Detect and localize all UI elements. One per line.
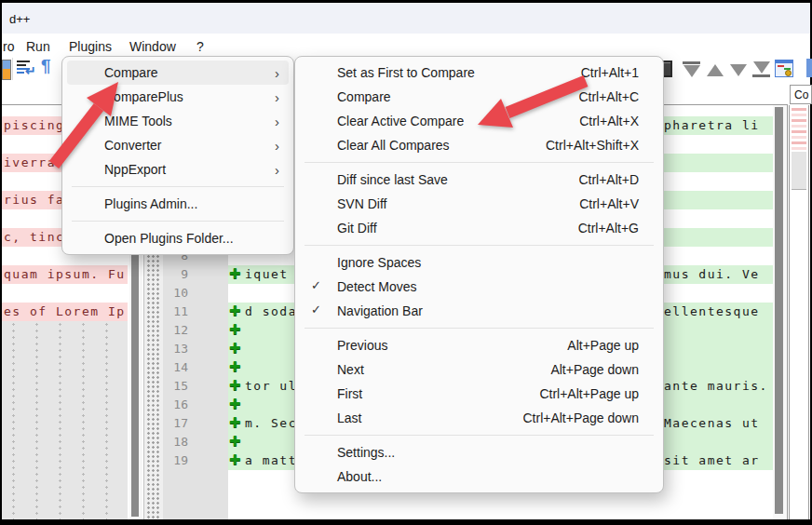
added-line-text-fragment: ante mauris. bbox=[664, 377, 768, 396]
toolbar-icon-partial[interactable] bbox=[806, 59, 812, 77]
submenu-item-navigation-bar[interactable]: ✓Navigation Bar bbox=[300, 299, 658, 323]
submenu-item-clear-active-compare[interactable]: Clear Active CompareCtrl+Alt+X bbox=[300, 109, 658, 133]
menu-item-shortcut: Ctrl+Alt+C bbox=[578, 89, 658, 104]
removed-line[interactable]: es of Lorem Ip bbox=[2, 303, 128, 321]
removed-line-text: iverra bbox=[2, 155, 56, 169]
plugins-menu-item-nppexport[interactable]: NppExport› bbox=[67, 157, 289, 182]
added-line-text-fragment: ellentesque bbox=[664, 303, 760, 321]
menu-item-shortcut: Ctrl+Alt+Page down bbox=[522, 411, 658, 425]
line-number: 12 bbox=[163, 321, 188, 340]
submenu-item-settings[interactable]: Settings... bbox=[300, 440, 658, 464]
added-line-text: a matt bbox=[245, 451, 297, 470]
menu-item-label: Open Plugins Folder... bbox=[104, 231, 289, 246]
submenu-item-diff-since-last-save[interactable]: Diff since last SaveCtrl+Alt+D bbox=[300, 168, 658, 192]
added-line-text: tor ul bbox=[245, 377, 297, 396]
submenu-item-set-as-first-to-compare[interactable]: Set as First to CompareCtrl+Alt+1 bbox=[300, 61, 658, 85]
submenu-item-about[interactable]: About... bbox=[300, 464, 658, 489]
menu-item-shortcut: Alt+Page up bbox=[567, 338, 658, 353]
submenu-item-first[interactable]: FirstCtrl+Alt+Page up bbox=[300, 382, 658, 406]
removed-line-text: c, tinc bbox=[2, 230, 64, 244]
menu-item-label: Last bbox=[337, 411, 522, 425]
line-number: 14 bbox=[163, 358, 188, 377]
menu-item-shortcut: Ctrl+Alt+D bbox=[578, 172, 658, 187]
menu-item-label: About... bbox=[337, 469, 658, 484]
plugins-menu-item-compare[interactable]: Compare› bbox=[67, 61, 289, 85]
line-number: 19 bbox=[163, 451, 188, 470]
navbar-stripe bbox=[792, 125, 806, 128]
added-line-text-fragment: Maecenas ut bbox=[664, 414, 760, 433]
line-number: 15 bbox=[163, 377, 188, 396]
added-block-plus-icon: ✚ bbox=[229, 267, 243, 281]
added-line-text: iquet bbox=[245, 265, 289, 284]
right-scrollbar-thumb[interactable] bbox=[775, 107, 783, 514]
removed-line-text: es of Lorem Ip bbox=[2, 304, 126, 318]
navbar-diff-stripes bbox=[790, 108, 808, 150]
plugins-menu-item-plugins-admin[interactable]: Plugins Admin... bbox=[67, 192, 289, 216]
word-wrap-icon[interactable]: ↵ bbox=[17, 60, 37, 78]
menubar-item-run[interactable]: Run bbox=[26, 38, 50, 56]
menu-item-shortcut: Ctrl+Alt+G bbox=[578, 221, 658, 236]
menu-item-label: Git Diff bbox=[337, 221, 578, 236]
pilcrow-icon[interactable]: ¶ bbox=[41, 56, 51, 76]
menu-item-shortcut: Ctrl+Alt+X bbox=[579, 114, 658, 128]
compare-settings-icon[interactable] bbox=[775, 60, 793, 77]
added-block-plus-icon: ✚ bbox=[229, 453, 243, 467]
menu-item-label: SVN Diff bbox=[337, 196, 579, 211]
submenu-item-svn-diff[interactable]: SVN DiffCtrl+Alt+V bbox=[300, 192, 658, 216]
submenu-item-clear-all-compares[interactable]: Clear All ComparesCtrl+Alt+Shift+X bbox=[300, 133, 658, 157]
added-block-plus-icon: ✚ bbox=[229, 435, 243, 449]
document-icon-partial[interactable] bbox=[2, 60, 11, 80]
window-title: d++ bbox=[9, 12, 30, 26]
menu-item-label: Next bbox=[337, 362, 550, 377]
navbar-stripe bbox=[792, 108, 806, 111]
chevron-right-icon: › bbox=[275, 114, 289, 129]
added-block-plus-icon: ✚ bbox=[229, 323, 243, 337]
right-pane-border bbox=[787, 105, 788, 519]
compare-submenu: Set as First to CompareCtrl+Alt+1Compare… bbox=[294, 56, 664, 493]
added-block-plus-icon: ✚ bbox=[229, 304, 243, 318]
submenu-item-previous[interactable]: PreviousAlt+Page up bbox=[300, 333, 658, 357]
plugins-menu-item-open-plugins-folder[interactable]: Open Plugins Folder... bbox=[67, 226, 289, 250]
menubar-item-window[interactable]: Window bbox=[129, 38, 176, 56]
submenu-item-next[interactable]: NextAlt+Page down bbox=[300, 357, 658, 382]
navbar-stripe bbox=[792, 130, 806, 133]
menu-item-shortcut: Ctrl+Alt+V bbox=[579, 196, 658, 211]
menu-item-label: ComparePlus bbox=[104, 89, 275, 104]
menu-item-label: Navigation Bar bbox=[337, 303, 658, 318]
plugins-menu-item-mime-tools[interactable]: MIME Tools› bbox=[67, 109, 289, 133]
navbar-view-indicator[interactable] bbox=[792, 152, 806, 190]
checkmark-icon: ✓ bbox=[311, 278, 321, 292]
prev-diff-icon[interactable] bbox=[707, 64, 724, 76]
menu-item-shortcut: Ctrl+Alt+1 bbox=[581, 65, 658, 80]
menu-item-shortcut: Ctrl+Alt+Shift+X bbox=[546, 138, 658, 153]
first-diff-icon[interactable] bbox=[683, 61, 701, 78]
plugins-menu-item-converter[interactable]: Converter› bbox=[67, 133, 289, 157]
last-diff-icon[interactable] bbox=[752, 61, 771, 78]
submenu-item-detect-moves[interactable]: ✓Detect Moves bbox=[300, 275, 658, 299]
menu-item-label: Clear All Compares bbox=[337, 138, 546, 153]
submenu-item-last[interactable]: LastCtrl+Alt+Page down bbox=[300, 406, 658, 430]
removed-line[interactable]: quam ipsum. Fu bbox=[2, 265, 128, 284]
menu-item-label: Settings... bbox=[337, 445, 658, 460]
menu-item-label: Compare bbox=[337, 89, 578, 104]
menubar-item-[interactable]: ? bbox=[196, 38, 204, 56]
menubar-item-plugins[interactable]: Plugins bbox=[69, 38, 112, 56]
submenu-item-ignore-spaces[interactable]: Ignore Spaces bbox=[300, 250, 658, 275]
menu-item-label: NppExport bbox=[104, 162, 275, 177]
next-diff-icon[interactable] bbox=[730, 64, 747, 76]
added-block-plus-icon: ✚ bbox=[229, 360, 243, 374]
menubar-item-ro[interactable]: ro bbox=[3, 38, 14, 56]
added-line-text: d soda bbox=[245, 303, 297, 321]
chevron-right-icon: › bbox=[275, 89, 289, 105]
removed-line-text: piscing bbox=[2, 118, 64, 132]
plugins-menu-item-compareplus[interactable]: ComparePlus› bbox=[67, 85, 289, 109]
menu-separator bbox=[304, 162, 654, 163]
line-number: 10 bbox=[163, 284, 188, 303]
submenu-item-git-diff[interactable]: Git DiffCtrl+Alt+G bbox=[300, 216, 658, 240]
menu-separator bbox=[72, 186, 284, 187]
navbar-stripe bbox=[792, 136, 806, 139]
removed-line-text: quam ipsum. Fu bbox=[2, 267, 126, 281]
menu-item-label: MIME Tools bbox=[104, 114, 275, 128]
submenu-item-compare[interactable]: CompareCtrl+Alt+C bbox=[300, 85, 658, 109]
compare-navbar[interactable] bbox=[789, 105, 809, 519]
